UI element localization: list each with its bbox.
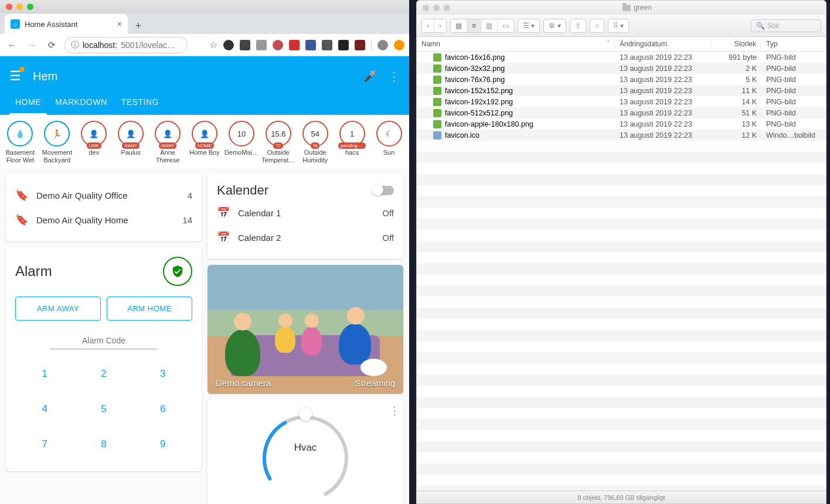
entity-row[interactable]: 🔖Demo Air Quality Home14 [15, 207, 192, 232]
file-row[interactable]: favicon-152x152.png13 augusti 2019 22:23… [417, 85, 826, 96]
badge-3[interactable]: 👤AWAYPaulus [113, 121, 148, 164]
badge-0[interactable]: 💧Basement Floor Wet [2, 121, 38, 164]
back-button[interactable]: ← [5, 40, 19, 50]
tab-title: Home Assistant [25, 20, 77, 29]
menu-icon[interactable]: ☰ [9, 69, 21, 84]
bookmark-star-icon[interactable]: ☆ [209, 39, 217, 50]
finder-maximize[interactable] [444, 5, 450, 11]
calendar-toggle[interactable] [373, 186, 394, 195]
col-date[interactable]: Ändringsdatum [615, 37, 712, 51]
share-button[interactable]: ⇧ [570, 19, 586, 33]
badge-6[interactable]: 10DemoMai… [224, 121, 259, 164]
file-row[interactable]: favicon-512x512.png13 augusti 2019 22:23… [417, 107, 826, 118]
file-row[interactable]: favicon-apple-180x180.png13 augusti 2019… [417, 118, 826, 130]
col-name[interactable]: Namn ˆ [417, 37, 615, 51]
empty-row [417, 174, 826, 185]
profile-avatar[interactable] [377, 40, 388, 50]
view-gallery[interactable]: ▭ [498, 19, 513, 32]
badge-8[interactable]: 54%Outside Humidity [298, 121, 333, 164]
view-list[interactable]: ≡ [467, 19, 481, 32]
empty-row [417, 352, 826, 363]
url-bar[interactable]: ⓘ localhost:5001/lovelac… [64, 37, 188, 53]
calendar-row[interactable]: 📅Calendar 1Off [217, 200, 394, 225]
ext-icon-7[interactable] [338, 40, 349, 50]
finder-close[interactable] [423, 5, 429, 11]
ext-icon-6[interactable] [322, 40, 332, 50]
camera-card[interactable]: Demo camera Streaming [207, 265, 403, 394]
ext-icon-5[interactable] [305, 40, 316, 50]
badge-9[interactable]: 1pending …hacs [335, 121, 370, 164]
keypad-3[interactable]: 3 [133, 356, 192, 391]
file-icon [433, 131, 441, 139]
ext-icon-ublock[interactable] [289, 40, 300, 50]
dropbox-button[interactable]: ⠿ ▾ [608, 19, 629, 33]
keypad-7[interactable]: 7 [15, 427, 74, 462]
window-minimize[interactable] [16, 4, 23, 10]
view-icons[interactable]: ▦ [451, 19, 467, 32]
reload-button[interactable]: ⟳ [45, 40, 59, 50]
tab-testing[interactable]: TESTING [115, 90, 165, 115]
ext-divider [371, 39, 372, 51]
finder-forward[interactable]: › [434, 19, 446, 32]
keypad-8[interactable]: 8 [74, 427, 134, 462]
finder-search[interactable]: 🔍 Sök [751, 19, 821, 32]
tab-home[interactable]: HOME [9, 90, 47, 115]
keypad-6[interactable]: 6 [133, 391, 192, 427]
ha-favicon: ⌂ [11, 19, 20, 29]
badge-10[interactable]: ☾Sun [372, 121, 407, 164]
arm-away-button[interactable]: ARM AWAY [15, 297, 101, 321]
ext-icon-3[interactable] [256, 40, 267, 50]
file-row[interactable]: favicon-192x192.png13 augusti 2019 22:23… [417, 96, 826, 107]
ext-icon-orange[interactable] [394, 40, 404, 50]
col-size[interactable]: Storlek [712, 37, 761, 51]
folder-icon [622, 5, 631, 11]
badge-5[interactable]: 👤HOMEHome Boy [187, 121, 222, 164]
ext-icon-4[interactable] [273, 40, 283, 50]
window-close[interactable] [6, 4, 12, 10]
window-maximize[interactable] [27, 4, 33, 10]
finder-back[interactable]: ‹ [422, 19, 434, 32]
view-columns[interactable]: ▥ [481, 19, 498, 32]
ext-icon-8[interactable] [355, 40, 365, 50]
finder-traffic-lights [423, 5, 450, 11]
tags-button[interactable]: ○ [590, 19, 604, 33]
site-info-icon[interactable]: ⓘ [71, 40, 79, 50]
keypad-5[interactable]: 5 [74, 391, 134, 427]
keypad-1[interactable]: 1 [15, 356, 74, 391]
hvac-card: ⋮ Hvac [207, 400, 403, 504]
arm-home-button[interactable]: ARM HOME [107, 297, 192, 321]
entity-row[interactable]: 🔖Demo Air Quality Office4 [15, 183, 192, 207]
arrange-button[interactable]: ☰ ▾ [518, 19, 540, 33]
forward-button[interactable]: → [25, 40, 39, 50]
action-button[interactable]: ⚙ ▾ [543, 19, 566, 33]
tab-close-icon[interactable]: × [117, 19, 122, 29]
file-row[interactable]: favicon.ico13 augusti 2019 22:2312 KWind… [417, 130, 826, 141]
empty-row [417, 408, 826, 419]
badge-2[interactable]: 👤UNKdev [76, 121, 111, 164]
file-icon [433, 98, 441, 106]
ext-icon-2[interactable] [240, 40, 250, 50]
finder-minimize[interactable] [433, 5, 440, 11]
file-row[interactable]: favicon-32x32.png13 augusti 2019 22:232 … [417, 63, 826, 74]
badge-4[interactable]: 👤AWAYAnne Therese [150, 121, 185, 164]
hvac-knob[interactable] [299, 408, 312, 421]
mic-icon[interactable]: 🎤 [363, 70, 376, 83]
tab-markdown[interactable]: MARKDOWN [49, 90, 113, 115]
badge-1[interactable]: 🏃Movement Backyard [39, 121, 74, 164]
keypad-9[interactable]: 9 [133, 427, 192, 462]
alarm-code-input[interactable] [50, 332, 157, 349]
new-tab-button[interactable]: + [130, 18, 147, 34]
keypad-4[interactable]: 4 [15, 391, 74, 427]
badge-7[interactable]: 15.6°COutside Temperat… [261, 121, 296, 164]
empty-row [417, 464, 826, 475]
calendar-row[interactable]: 📅Calendar 2Off [217, 225, 394, 250]
keypad-2[interactable]: 2 [74, 356, 134, 391]
browser-tab-active[interactable]: ⌂ Home Assistant × [5, 14, 128, 34]
ext-icon-1[interactable] [223, 40, 234, 50]
hvac-menu-icon[interactable]: ⋮ [389, 404, 400, 417]
file-row[interactable]: favicon-16x16.png13 augusti 2019 22:2399… [417, 52, 826, 63]
kebab-icon[interactable]: ⋮ [388, 69, 400, 83]
col-type[interactable]: Typ [761, 37, 826, 51]
file-row[interactable]: favicon-76x76.png13 augusti 2019 22:235 … [417, 74, 826, 85]
hvac-dial[interactable]: Hvac [258, 411, 352, 504]
